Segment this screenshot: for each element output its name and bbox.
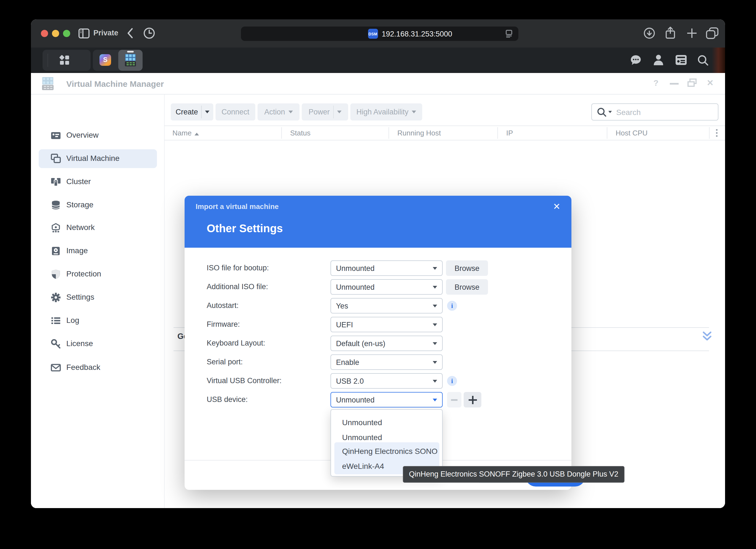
keyboard-layout-select[interactable]: Default (en-us) <box>330 336 443 351</box>
vmm-app-icon <box>124 54 137 67</box>
sidebar-item-log[interactable]: Log <box>39 311 157 330</box>
active-app-indicator <box>127 51 134 52</box>
sidebar-item-license[interactable]: License <box>39 335 157 353</box>
notifications-icon[interactable] <box>630 55 642 66</box>
iso-bootup-browse-button[interactable]: Browse <box>446 260 488 276</box>
taskbar-separator <box>48 54 48 67</box>
close-window-button[interactable]: ✕ <box>704 78 716 88</box>
protection-icon <box>51 269 61 279</box>
share-icon[interactable] <box>664 26 676 40</box>
image-icon <box>51 246 61 256</box>
dropdown-option[interactable]: QinHeng Electronics SONO <box>331 444 442 459</box>
taskbar-launcher-group <box>43 50 91 71</box>
field-label-firmware: Firmware: <box>207 317 325 332</box>
sidebar-item-feedback[interactable]: Feedback <box>39 358 157 377</box>
sidebar-item-settings[interactable]: Settings <box>39 288 157 307</box>
column-header-running-host[interactable]: Running Host <box>397 126 441 140</box>
select-caret-icon <box>433 342 437 345</box>
browser-toolbar: Private DSM 192.168.31.253:5000 <box>31 19 725 48</box>
iso-bootup-select[interactable]: Unmounted <box>330 260 443 276</box>
autostart-info-icon[interactable]: i <box>447 301 457 311</box>
firmware-select[interactable]: UEFI <box>330 317 443 332</box>
taskbar-search-icon[interactable] <box>697 55 708 66</box>
column-settings-icon[interactable] <box>712 128 721 138</box>
high-availability-button[interactable]: High Availability <box>350 103 422 120</box>
sidebar-item-image[interactable]: Image <box>39 241 157 260</box>
screen: Private DSM 192.168.31.253:5000 <box>0 0 756 549</box>
autostart-select[interactable]: Yes <box>330 298 443 314</box>
dialog-step-heading: Other Settings <box>207 222 283 235</box>
traffic-light-close[interactable] <box>41 30 48 37</box>
dsm-taskbar: S <box>31 48 725 73</box>
usb-controller-info-icon[interactable]: i <box>447 376 457 386</box>
add-usb-device-button[interactable] <box>464 392 481 408</box>
package-center-app-icon[interactable]: S <box>99 54 111 66</box>
remove-usb-device-button[interactable] <box>447 392 461 408</box>
column-header-name[interactable]: Name <box>172 126 199 140</box>
power-dropdown-caret[interactable] <box>337 111 341 113</box>
action-caret <box>288 111 293 113</box>
sidebar-item-storage[interactable]: Storage <box>39 196 157 214</box>
create-split-divider <box>201 106 202 118</box>
select-caret-icon <box>433 398 437 401</box>
select-caret-icon <box>433 286 437 288</box>
help-button[interactable]: ? <box>650 78 662 87</box>
tab-overview-icon[interactable] <box>706 27 719 39</box>
sidebar-item-protection[interactable]: Protection <box>39 265 157 284</box>
additional-iso-browse-button[interactable]: Browse <box>446 279 488 295</box>
app-launcher-icon[interactable] <box>59 55 70 66</box>
back-button-icon[interactable] <box>127 28 134 39</box>
select-caret-icon <box>433 323 437 326</box>
action-button[interactable]: Action <box>258 103 300 120</box>
column-header-host-cpu[interactable]: Host CPU <box>616 126 648 140</box>
key-icon <box>51 339 61 349</box>
url-text: 192.168.31.253:5000 <box>382 30 452 38</box>
field-label-virtual-usb-controller: Virtual USB Controller: <box>207 373 325 389</box>
overview-icon <box>51 130 61 140</box>
network-icon <box>51 223 61 233</box>
sidebar-toggle-icon[interactable] <box>78 28 90 39</box>
virtual-usb-controller-select[interactable]: USB 2.0 <box>330 373 443 389</box>
dropdown-option[interactable]: Unmounted <box>331 430 442 445</box>
new-tab-icon[interactable] <box>686 28 697 39</box>
sidebar-item-cluster[interactable]: Cluster <box>39 172 157 191</box>
dialog-header: Import a virtual machine ✕ Other Setting… <box>185 196 571 248</box>
expand-double-chevron-icon[interactable] <box>702 331 712 342</box>
create-dropdown-caret[interactable] <box>205 111 210 113</box>
traffic-light-zoom[interactable] <box>63 30 70 37</box>
sidebar-item-overview[interactable]: Overview <box>39 126 157 145</box>
minimize-button[interactable] <box>670 83 679 84</box>
search-box[interactable] <box>591 103 718 120</box>
traffic-light-minimize[interactable] <box>52 30 59 37</box>
dropdown-option[interactable]: Unmounted <box>331 415 442 430</box>
search-input[interactable] <box>615 105 715 119</box>
sidebar-item-network[interactable]: Network <box>39 218 157 237</box>
dialog-title: Import a virtual machine <box>196 202 279 211</box>
history-clock-icon[interactable] <box>143 27 155 39</box>
additional-iso-select[interactable]: Unmounted <box>330 279 443 295</box>
search-filter-caret[interactable] <box>608 111 612 113</box>
connect-button[interactable]: Connect <box>216 103 255 120</box>
maximize-button[interactable] <box>687 78 697 87</box>
envelope-icon <box>51 363 61 373</box>
widgets-icon[interactable] <box>675 55 687 65</box>
serial-port-select[interactable]: Enable <box>330 355 443 370</box>
dialog-close-icon[interactable]: ✕ <box>553 201 560 212</box>
downloads-icon[interactable] <box>643 27 655 39</box>
select-caret-icon <box>433 380 437 382</box>
vm-table-header: Name Status Running Host IP Host CPU <box>164 125 725 140</box>
column-header-status[interactable]: Status <box>290 126 311 140</box>
address-bar[interactable]: DSM 192.168.31.253:5000 <box>241 27 518 41</box>
dsm-favicon: DSM <box>368 29 378 39</box>
create-button[interactable]: Create <box>171 103 213 120</box>
column-header-ip[interactable]: IP <box>506 126 513 140</box>
usb-device-select[interactable]: Unmounted <box>330 392 443 408</box>
sidebar-item-virtual-machine[interactable]: Virtual Machine <box>39 149 157 168</box>
reader-view-icon[interactable] <box>505 30 513 38</box>
vmm-app-tile-active[interactable] <box>118 50 143 71</box>
field-label-serial-port: Serial port: <box>207 355 325 370</box>
browser-window: Private DSM 192.168.31.253:5000 <box>31 19 725 508</box>
power-button[interactable]: Power <box>302 103 348 120</box>
gear-icon <box>51 293 61 303</box>
user-account-icon[interactable] <box>653 54 664 66</box>
